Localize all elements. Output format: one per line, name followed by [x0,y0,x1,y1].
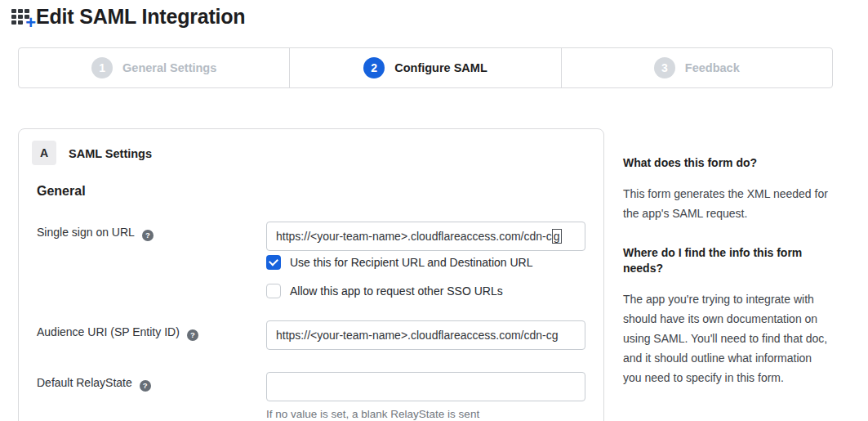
page-header: + Edit SAML Integration [11,5,245,29]
general-section-heading: General [37,184,86,199]
audience-uri-label: Audience URI (SP Entity ID)? [37,325,198,341]
page-title: Edit SAML Integration [36,5,245,29]
section-a-badge: A [32,141,56,165]
text-cursor: g [552,229,562,244]
recipient-url-checkbox[interactable] [266,255,281,270]
sso-url-help-icon[interactable]: ? [142,230,154,241]
step-3-number: 3 [654,57,675,78]
other-sso-checkbox[interactable] [266,284,281,298]
step-2-number: 2 [363,57,385,78]
help-sidebar: What does this form do? This form genera… [623,155,832,387]
recipient-url-checkbox-label: Use this for Recipient URL and Destinati… [290,256,533,269]
saml-settings-panel: A SAML Settings General Single sign on U… [18,128,604,421]
step-1-label: General Settings [122,61,216,74]
sso-url-label: Single sign on URL? [37,226,154,241]
audience-uri-input[interactable] [266,320,585,350]
step-2-label: Configure SAML [394,61,487,74]
relay-state-helper-text: If no value is set, a blank RelayState i… [266,408,479,420]
step-general-settings[interactable]: 1 General Settings [19,48,289,87]
other-sso-checkbox-label: Allow this app to request other SSO URLs [290,284,503,298]
sidebar-answer-2: The app you're trying to integrate with … [623,289,832,387]
step-configure-saml[interactable]: 2 Configure SAML [289,48,560,87]
edit-saml-integration-page: + Edit SAML Integration 1 General Settin… [0,0,868,421]
recipient-url-checkbox-row: Use this for Recipient URL and Destinati… [266,255,533,270]
sso-url-value: https://<your-team-name>.cloudflareacces… [276,230,552,243]
audience-uri-help-icon[interactable]: ? [187,329,198,341]
step-feedback[interactable]: 3 Feedback [561,48,832,87]
step-1-number: 1 [91,57,113,78]
relay-state-label: Default RelayState? [37,376,151,392]
other-sso-checkbox-row: Allow this app to request other SSO URLs [266,284,503,298]
panel-title: SAML Settings [69,147,152,160]
sso-url-input[interactable]: https://<your-team-name>.cloudflareacces… [266,222,585,251]
sidebar-answer-1: This form generates the XML needed for t… [623,184,832,223]
sidebar-question-2: Where do I find the info this form needs… [623,245,832,276]
relay-state-help-icon[interactable]: ? [140,380,151,392]
plus-icon: + [25,14,36,32]
relay-state-input[interactable] [266,372,585,401]
step-3-label: Feedback [685,61,740,74]
wizard-stepper: 1 General Settings 2 Configure SAML 3 Fe… [18,47,833,88]
sidebar-question-1: What does this form do? [623,155,832,171]
apps-grid-plus-icon: + [11,7,33,28]
